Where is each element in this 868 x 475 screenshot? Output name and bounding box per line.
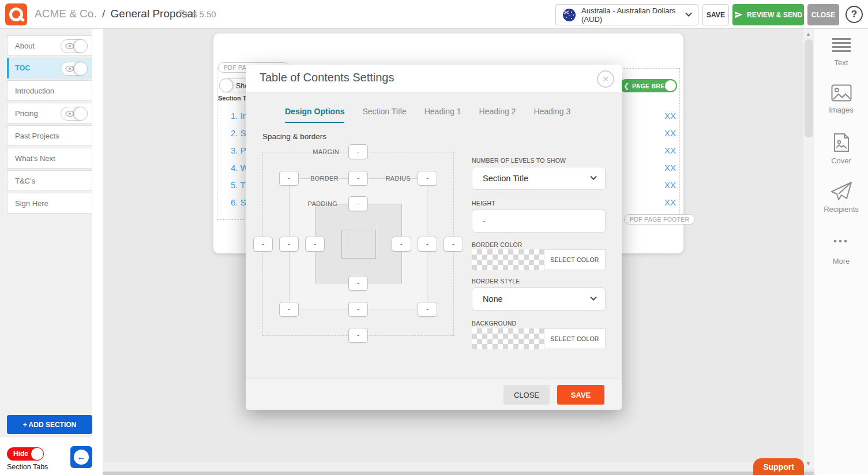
radius-bottom-left-input[interactable]: -: [279, 302, 299, 317]
currency-selector[interactable]: Australia - Australian Dollars (AUD): [555, 4, 698, 25]
visibility-toggle[interactable]: [61, 107, 88, 121]
tab-heading-1[interactable]: Heading 1: [424, 107, 461, 123]
toggle-knob: [219, 78, 233, 92]
tab-design-options[interactable]: Design Options: [285, 107, 344, 123]
margin-bottom-input[interactable]: -: [348, 328, 368, 343]
toolbar-item-label: More: [833, 257, 850, 265]
border-style-select[interactable]: None: [472, 287, 606, 311]
sidebar-gutter: [92, 29, 103, 462]
border-bottom-input[interactable]: -: [348, 302, 368, 317]
levels-label: NUMBER OF LEVELS TO SHOW: [472, 157, 566, 164]
sidebar-item-about[interactable]: About: [7, 35, 92, 56]
review-send-button[interactable]: REVIEW & SEND: [732, 4, 804, 25]
tab-heading-2[interactable]: Heading 2: [479, 107, 516, 123]
radius-top-right-input[interactable]: -: [418, 171, 437, 186]
radius-bottom-right-input[interactable]: -: [418, 302, 437, 317]
sidebar-item-label: Introduction: [15, 87, 54, 95]
sidebar-item-introduction[interactable]: Introduction: [7, 80, 92, 101]
radius-label: RADIUS: [386, 175, 411, 182]
background-row: SELECT COLOR: [472, 328, 606, 349]
border-left-input[interactable]: -: [279, 237, 299, 252]
close-document-button[interactable]: CLOSE: [807, 4, 839, 25]
toolbar-item-images[interactable]: Images: [814, 77, 868, 126]
toolbar-item-cover[interactable]: Cover: [814, 126, 868, 174]
eye-icon: [65, 110, 74, 117]
border-right-input[interactable]: -: [418, 237, 437, 252]
support-button[interactable]: Support: [753, 458, 804, 475]
vertical-scrollbar[interactable]: ▲ ▼: [803, 29, 814, 469]
border-style-value: None: [483, 294, 591, 304]
visibility-toggle[interactable]: [61, 62, 88, 76]
arrow-left-icon: ←: [74, 450, 89, 465]
sidebar-item-label: TOC: [15, 64, 30, 72]
sidebar-item-label: T&C's: [15, 177, 35, 185]
horizontal-scrollbar[interactable]: ◄: [92, 462, 803, 472]
visibility-toggle[interactable]: [61, 39, 88, 53]
sidebar-item-pricing[interactable]: Pricing: [7, 103, 92, 124]
toc-entry-page: XX: [664, 145, 676, 158]
sidebar-item-whats-next[interactable]: What's Next: [7, 148, 92, 169]
chevron-left-icon: ❮: [623, 82, 629, 90]
toggle-knob: [31, 448, 43, 460]
add-section-button[interactable]: + ADD SECTION: [7, 415, 92, 434]
sidebar-item-label: Past Projects: [15, 132, 59, 140]
sidebar-item-label: What's Next: [15, 154, 55, 163]
logo-tail: [18, 16, 25, 22]
sidebar-item-past-projects[interactable]: Past Projects: [7, 125, 92, 146]
padding-bottom-input[interactable]: -: [348, 276, 368, 291]
border-color-select-button[interactable]: SELECT COLOR: [544, 249, 606, 270]
toolbar-item-label: Cover: [831, 156, 851, 165]
toggle-knob: [74, 107, 88, 121]
save-button[interactable]: SAVE: [702, 4, 729, 25]
border-top-input[interactable]: -: [348, 171, 368, 186]
tab-heading-3[interactable]: Heading 3: [533, 107, 570, 123]
toolbar-item-text[interactable]: Text: [814, 29, 868, 77]
page-break-toggle[interactable]: ❮ PAGE BREAK: [619, 79, 677, 92]
height-input[interactable]: -: [472, 210, 606, 233]
paper-plane-icon: [734, 10, 743, 19]
scrollbar-thumb[interactable]: [805, 39, 813, 137]
background-select-button[interactable]: SELECT COLOR: [544, 328, 606, 349]
content-box-outline: [341, 230, 376, 259]
app-logo[interactable]: [5, 3, 27, 25]
sidebar-item-tcs[interactable]: T&C's: [7, 170, 92, 191]
modal-close-button[interactable]: CLOSE: [503, 385, 550, 405]
modal-save-button[interactable]: SAVE: [557, 385, 604, 405]
chevron-down-icon: [590, 174, 596, 180]
sidebar-item-toc[interactable]: TOC: [7, 58, 92, 78]
margin-right-input[interactable]: -: [444, 237, 463, 252]
margin-top-input[interactable]: -: [348, 144, 368, 159]
tab-section-title[interactable]: Section Title: [362, 107, 406, 123]
border-color-swatch[interactable]: [472, 249, 544, 270]
scroll-up-icon[interactable]: ▲: [806, 31, 811, 37]
toolbar-item-label: Images: [829, 106, 854, 114]
ellipsis-icon: •••: [833, 230, 849, 253]
margin-left-input[interactable]: -: [253, 237, 273, 252]
close-icon[interactable]: ✕: [597, 70, 614, 88]
background-swatch[interactable]: [472, 328, 544, 349]
window-edge: [92, 472, 868, 475]
sidebar-item-sign-here[interactable]: Sign Here: [7, 193, 92, 214]
toc-entry-page: XX: [664, 180, 676, 193]
radius-top-left-input[interactable]: -: [279, 171, 299, 186]
eye-icon: [65, 65, 74, 72]
modal-footer: CLOSE SAVE: [246, 379, 622, 410]
scroll-down-icon[interactable]: ▼: [806, 461, 811, 466]
price-value: $ 5.50: [192, 9, 216, 19]
paper-plane-icon: [831, 181, 852, 201]
modal-tab-bar: Design Options Section Title Heading 1 H…: [285, 107, 570, 123]
sidebar-item-label: Sign Here: [15, 199, 48, 208]
padding-label: PADDING: [308, 200, 337, 207]
levels-select[interactable]: Section Title: [472, 167, 606, 190]
breadcrumb: ACME & Co. / General Proposal: [35, 8, 196, 20]
toolbar-item-more[interactable]: ••• More: [814, 223, 868, 271]
collapse-sidebar-button[interactable]: ←: [70, 446, 92, 468]
padding-top-input[interactable]: -: [348, 196, 368, 211]
toc-entry-page: XX: [664, 111, 676, 124]
toolbar-item-recipients[interactable]: Recipients: [814, 174, 868, 223]
help-icon[interactable]: ?: [846, 6, 863, 23]
hide-section-tabs-toggle[interactable]: Hide: [7, 447, 44, 461]
padding-left-input[interactable]: -: [305, 237, 325, 252]
cover-page-icon: [833, 133, 850, 152]
padding-right-input[interactable]: -: [392, 237, 411, 252]
